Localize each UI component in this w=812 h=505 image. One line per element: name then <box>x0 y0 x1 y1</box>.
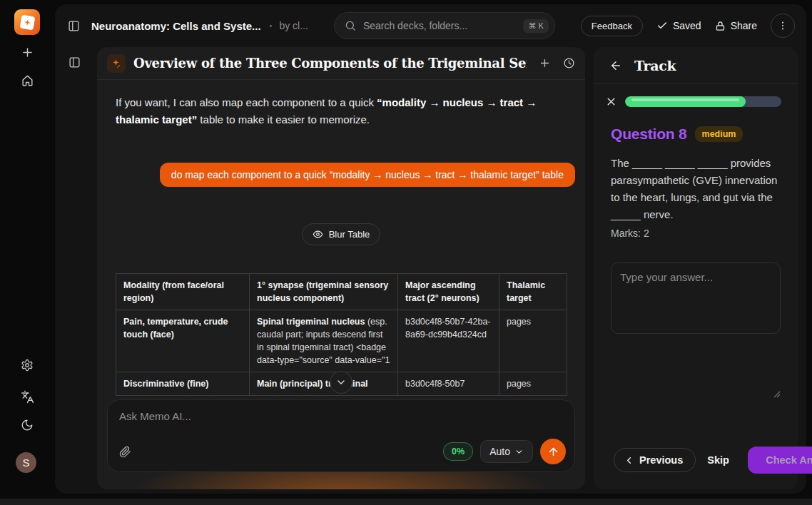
feedback-button[interactable]: Feedback <box>581 16 643 36</box>
sidebar-toggle-button[interactable] <box>68 20 80 32</box>
moon-icon <box>21 419 34 432</box>
share-label: Share <box>731 20 757 31</box>
table-header-row: Modality (from face/oral region) 1° syna… <box>116 274 567 310</box>
saved-label: Saved <box>673 20 701 31</box>
table-cell-target: pages <box>499 310 567 372</box>
kebab-icon <box>777 20 788 31</box>
composer-right-actions: 0% Auto <box>443 439 566 464</box>
search-icon <box>345 20 356 31</box>
table-row: Pain, temperature, crude touch (face) Sp… <box>116 310 567 372</box>
table-header-cell: Thalamic target <box>499 274 567 310</box>
theme-toggle-button[interactable] <box>19 417 36 434</box>
track-title: Track <box>634 58 676 73</box>
more-menu-button[interactable] <box>771 14 795 38</box>
table-header-cell: Major ascending tract (2° neurons) <box>398 274 499 310</box>
skip-button[interactable]: Skip <box>707 454 729 466</box>
new-deck-button[interactable] <box>19 44 36 61</box>
attach-button[interactable] <box>119 446 131 458</box>
close-icon <box>605 96 617 108</box>
plus-icon <box>539 57 551 69</box>
table-header-cell: 1° synapse (trigeminal sensory nucleus c… <box>250 274 398 310</box>
close-button[interactable] <box>605 96 625 108</box>
new-chat-button[interactable] <box>539 57 551 69</box>
check-icon <box>656 20 668 31</box>
table-cell-synapse: Main (principal) trigeminal <box>250 372 398 396</box>
settings-button[interactable] <box>19 357 36 374</box>
previous-label: Previous <box>639 454 683 466</box>
check-answer-button[interactable]: Check Answer <box>748 447 812 474</box>
table-cell-tract: b3d0c4f8-50b7-42ba-8a69-dc99b4d324cd <box>398 310 499 372</box>
user-avatar[interactable]: S <box>16 452 36 473</box>
plus-icon <box>21 46 34 59</box>
progress-row <box>605 96 781 108</box>
model-select[interactable]: Auto <box>480 440 533 463</box>
chevron-down-icon <box>335 377 347 388</box>
chevron-down-icon <box>514 447 524 456</box>
chat-input[interactable] <box>119 410 563 422</box>
blur-table-row: Blur Table <box>116 223 567 245</box>
table-cell-modality: Discriminative (fine) <box>116 372 250 396</box>
flashcard-logo-icon <box>19 14 35 30</box>
panel-left-icon <box>68 56 81 68</box>
history-button[interactable] <box>563 57 575 69</box>
avatar-initial: S <box>22 456 29 469</box>
progress-fill <box>625 96 746 107</box>
translate-icon <box>21 390 34 404</box>
back-button[interactable] <box>609 59 622 72</box>
table-header-cell: Modality (from face/oral region) <box>116 274 250 310</box>
app-logo[interactable] <box>14 9 40 35</box>
chat-body: If you want, I can also map each compone… <box>97 80 585 396</box>
assistant-message-text: table to make it easier to memorize. <box>197 113 370 126</box>
assistant-message-text: If you want, I can also map each compone… <box>116 96 377 108</box>
home-icon <box>21 74 34 88</box>
table-cell-target: pages <box>499 372 567 396</box>
previous-button[interactable]: Previous <box>614 448 696 472</box>
lock-icon <box>715 21 726 31</box>
arrow-up-icon <box>547 446 559 458</box>
search-input[interactable] <box>363 20 524 31</box>
user-message-bubble: do map each component to a quick “modali… <box>160 163 575 187</box>
language-button[interactable] <box>19 388 36 405</box>
question-number: Question 8 <box>611 126 687 143</box>
paperclip-icon <box>119 446 131 458</box>
blur-table-button[interactable]: Blur Table <box>302 223 381 245</box>
progress-bar <box>625 96 781 107</box>
user-message-row: do map each component to a quick “modali… <box>116 163 575 187</box>
chat-panel: Overview of the Three Components of the … <box>97 47 585 489</box>
table-cell-modality: Pain, temperature, crude touch (face) <box>116 310 250 372</box>
send-button[interactable] <box>540 439 566 464</box>
eye-icon <box>313 229 323 240</box>
arrow-left-icon <box>609 59 622 72</box>
share-button[interactable]: Share <box>715 20 757 31</box>
track-body: Question 8 medium The _____ _____ _____ … <box>594 84 798 337</box>
header-actions: Feedback Saved Share <box>581 14 795 38</box>
track-footer: Previous Skip Check Answer <box>614 447 812 474</box>
track-header: Track <box>594 47 798 84</box>
left-rail: S <box>0 0 54 505</box>
deck-title[interactable]: Neuroanatomy: Cells and Syste... <box>91 20 261 32</box>
scroll-to-bottom-button[interactable] <box>330 371 352 394</box>
main-window: Neuroanatomy: Cells and Syste... • by cl… <box>55 4 806 494</box>
composer-toolbar: 0% Auto <box>119 439 566 464</box>
blur-table-label: Blur Table <box>329 229 370 240</box>
clock-icon <box>563 57 575 69</box>
assistant-message: If you want, I can also map each compone… <box>116 94 567 128</box>
chat-header: Overview of the Three Components of the … <box>97 47 585 80</box>
chat-title: Overview of the Three Components of the … <box>133 56 527 71</box>
resize-handle-icon[interactable] <box>773 391 781 398</box>
model-label: Auto <box>489 446 510 457</box>
search-bar[interactable]: ⌘ K <box>334 12 555 39</box>
chat-panel-toggle-button[interactable] <box>68 56 81 68</box>
table-cell-synapse-lead: Spinal trigeminal nucleus <box>257 317 365 327</box>
search-shortcut-kbd: ⌘ K <box>523 19 548 33</box>
difficulty-badge: medium <box>695 126 744 142</box>
question-marks: Marks: 2 <box>611 228 781 239</box>
gear-icon <box>21 359 34 372</box>
home-button[interactable] <box>19 72 36 89</box>
chat-composer: 0% Auto <box>107 399 575 472</box>
bottom-edge-strip <box>0 499 812 505</box>
panel-left-icon <box>68 20 80 32</box>
question-heading-row: Question 8 medium <box>611 126 781 143</box>
ai-sparkle-icon <box>107 54 126 73</box>
answer-input[interactable] <box>611 262 781 334</box>
